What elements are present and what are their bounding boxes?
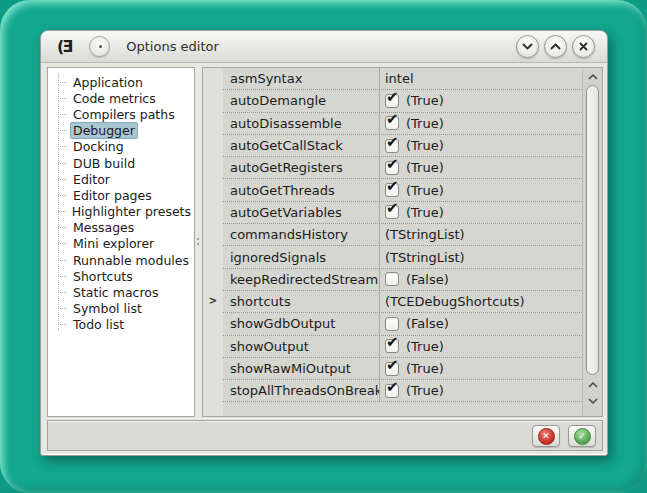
property-value-text: (True) [406, 138, 444, 153]
sidebar-item-label: DUB build [70, 156, 138, 171]
sidebar-item-label: Code metrics [70, 91, 159, 106]
property-row-autoGetThreads[interactable]: autoGetThreads✔(True) [223, 179, 582, 201]
sidebar-item-highlighter-presets[interactable]: Highlighter presets [48, 204, 194, 220]
check-mark-icon: ✔ [386, 333, 399, 351]
checkbox-checked-icon[interactable]: ✔ [385, 94, 399, 108]
sidebar-item-application[interactable]: Application [48, 74, 194, 90]
property-value-text: (True) [406, 183, 444, 198]
property-value[interactable]: ✔(True) [379, 336, 582, 357]
property-row-showGdbOutput[interactable]: showGdbOutput(False) [223, 313, 582, 335]
property-row-showRawMiOutput[interactable]: showRawMiOutput✔(True) [223, 358, 582, 380]
property-value[interactable]: ✔(True) [379, 358, 582, 379]
property-value[interactable]: ✔(True) [379, 135, 582, 156]
tree-branch-stub [58, 227, 67, 228]
checkbox-checked-icon[interactable]: ✔ [385, 139, 399, 153]
property-row-autoDisassemble[interactable]: autoDisassemble✔(True) [223, 113, 582, 135]
property-value[interactable]: (False) [379, 313, 582, 334]
sidebar-item-docking[interactable]: Docking [48, 139, 194, 155]
property-row-stopAllThreadsOnBreak[interactable]: stopAllThreadsOnBreak✔(True) [223, 380, 582, 402]
property-row-ignoredSignals[interactable]: ignoredSignals(TStringList) [223, 246, 582, 268]
checkbox-unchecked-icon[interactable] [385, 272, 399, 286]
check-mark-icon: ✔ [386, 378, 399, 396]
sidebar-item-symbol-list[interactable]: Symbol list [48, 301, 194, 317]
checkbox-checked-icon[interactable]: ✔ [385, 161, 399, 175]
sidebar-item-runnable-modules[interactable]: Runnable modules [48, 252, 194, 268]
sidebar-item-code-metrics[interactable]: Code metrics [48, 90, 194, 106]
sidebar-item-label: Runnable modules [70, 253, 192, 268]
property-row-autoGetCallStack[interactable]: autoGetCallStack✔(True) [223, 135, 582, 157]
options-editor-window: (Ǝ Options editor [40, 30, 608, 456]
property-rows: asmSyntaxintelautoDemangle✔(True)autoDis… [223, 68, 582, 402]
minimize-button[interactable] [516, 35, 539, 58]
sidebar-item-label: Shortcuts [70, 269, 136, 284]
sidebar-item-static-macros[interactable]: Static macros [48, 284, 194, 300]
window-controls [516, 35, 599, 58]
property-value[interactable]: (False) [379, 269, 582, 290]
sidebar-item-shortcuts[interactable]: Shortcuts [48, 268, 194, 284]
checkbox-checked-icon[interactable]: ✔ [385, 183, 399, 197]
property-value[interactable]: ✔(True) [379, 179, 582, 200]
property-value[interactable]: ✔(True) [379, 157, 582, 178]
property-key: autoGetCallStack [223, 138, 379, 153]
property-row-autoDemangle[interactable]: autoDemangle✔(True) [223, 90, 582, 112]
sidebar-item-dub-build[interactable]: DUB build [48, 155, 194, 171]
property-row-autoGetVariables[interactable]: autoGetVariables✔(True) [223, 202, 582, 224]
property-value-text: (False) [406, 272, 449, 287]
property-row-showOutput[interactable]: showOutput✔(True) [223, 336, 582, 358]
property-value[interactable]: intel [379, 68, 582, 89]
property-value[interactable]: ✔(True) [379, 380, 582, 401]
sidebar-item-todo-list[interactable]: Todo list [48, 317, 194, 333]
property-key: asmSyntax [223, 71, 379, 86]
property-value[interactable]: ✔(True) [379, 90, 582, 111]
checkbox-checked-icon[interactable]: ✔ [385, 205, 399, 219]
tree-branch-stub [58, 276, 67, 277]
sidebar-item-label: Application [70, 75, 146, 90]
property-row-shortcuts[interactable]: shortcuts(TCEDebugShortcuts) [223, 291, 582, 313]
sidebar-item-messages[interactable]: Messages [48, 220, 194, 236]
check-mark-icon: ✔ [386, 88, 399, 106]
property-key: keepRedirectedStreams [223, 272, 379, 287]
property-row-commandsHistory[interactable]: commandsHistory(TStringList) [223, 224, 582, 246]
property-value[interactable]: (TStringList) [379, 246, 582, 267]
tree-branch-stub [58, 98, 67, 99]
category-tree: ApplicationCode metricsCompilers pathsDe… [47, 67, 195, 417]
sidebar-item-label: Static macros [70, 285, 161, 300]
scroll-down-icon[interactable] [583, 394, 602, 408]
property-value[interactable]: ✔(True) [379, 202, 582, 223]
sidebar-item-compilers-paths[interactable]: Compilers paths [48, 106, 194, 122]
sidebar-item-label: Mini explorer [70, 236, 157, 251]
sidebar-item-editor[interactable]: Editor [48, 171, 194, 187]
checkbox-checked-icon[interactable]: ✔ [385, 339, 399, 353]
property-value[interactable]: (TCEDebugShortcuts) [379, 291, 582, 312]
checkbox-checked-icon[interactable]: ✔ [385, 384, 399, 398]
property-value-text: (TStringList) [385, 227, 465, 242]
window-menu-button[interactable] [89, 36, 110, 57]
checkbox-checked-icon[interactable]: ✔ [385, 116, 399, 130]
tree-branch-stub [58, 308, 67, 309]
property-row-autoGetRegisters[interactable]: autoGetRegisters✔(True) [223, 157, 582, 179]
sidebar-item-label: Highlighter presets [69, 204, 194, 219]
scrollbar-thumb[interactable] [586, 85, 599, 375]
property-row-asmSyntax[interactable]: asmSyntaxintel [223, 68, 582, 90]
checkbox-checked-icon[interactable]: ✔ [385, 362, 399, 376]
tree-branch-stub [58, 292, 67, 293]
cancel-button[interactable]: ✕ [532, 425, 560, 447]
accept-button[interactable]: ✓ [568, 425, 596, 447]
footer-bar: ✕ ✓ [47, 420, 603, 451]
expand-row-icon[interactable]: > [203, 295, 223, 306]
scroll-up-icon-bottom[interactable] [583, 378, 602, 392]
property-value[interactable]: ✔(True) [379, 113, 582, 134]
vertical-scrollbar[interactable] [582, 68, 602, 416]
sidebar-item-mini-explorer[interactable]: Mini explorer [48, 236, 194, 252]
property-value[interactable]: (TStringList) [379, 224, 582, 245]
sidebar-item-editor-pages[interactable]: Editor pages [48, 187, 194, 203]
titlebar[interactable]: (Ǝ Options editor [41, 31, 607, 63]
scroll-up-icon[interactable] [583, 70, 602, 84]
close-button[interactable] [572, 35, 595, 58]
sidebar-item-debugger[interactable]: Debugger [48, 123, 194, 139]
panel-splitter[interactable] [195, 67, 202, 417]
maximize-button[interactable] [544, 35, 567, 58]
checkbox-unchecked-icon[interactable] [385, 317, 399, 331]
property-value-text: (TCEDebugShortcuts) [385, 294, 525, 309]
property-row-keepRedirectedStreams[interactable]: keepRedirectedStreams(False) [223, 269, 582, 291]
